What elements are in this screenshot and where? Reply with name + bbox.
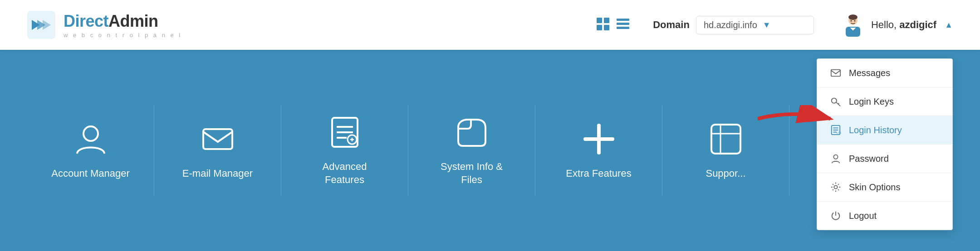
system-info-label: System Info &Files <box>441 160 503 186</box>
user-dropdown-arrow: ▲ <box>945 20 953 30</box>
envelope-icon <box>830 67 842 79</box>
svg-point-25 <box>833 155 838 159</box>
svg-point-15 <box>854 20 855 22</box>
nav-item-advanced-features[interactable]: AdvancedFeatures <box>281 105 408 196</box>
logo-subtitle: w e b c o n t r o l p a n e l <box>64 32 182 39</box>
logo-icon <box>27 11 55 39</box>
email-manager-label: E-mail Manager <box>182 167 253 180</box>
top-navigation: DirectAdmin w e b c o n t r o l p a n e … <box>0 0 980 50</box>
nav-item-extra-features[interactable]: Extra Features <box>535 105 662 196</box>
power-icon <box>830 210 842 222</box>
list-view-button[interactable] <box>616 17 630 33</box>
nav-item-system-info[interactable]: System Info &Files <box>408 105 535 196</box>
svg-rect-4 <box>597 18 602 23</box>
gear-icon <box>830 181 842 193</box>
svg-rect-40 <box>711 125 740 154</box>
logout-label: Logout <box>849 211 877 221</box>
svg-rect-9 <box>617 23 629 25</box>
domain-select[interactable]: hd.azdigi.info ▼ <box>696 16 814 34</box>
dropdown-item-logout[interactable]: Logout <box>817 202 952 230</box>
svg-rect-10 <box>617 27 629 29</box>
extra-features-label: Extra Features <box>566 167 631 180</box>
skin-options-label: Skin Options <box>849 182 900 193</box>
logo-title: DirectAdmin <box>64 12 182 31</box>
account-manager-icon <box>73 121 109 157</box>
user-section[interactable]: Hello, azdigicf ▲ Messages <box>841 13 953 37</box>
svg-rect-8 <box>617 19 629 21</box>
svg-rect-7 <box>604 25 609 30</box>
dropdown-item-password[interactable]: Password <box>817 145 952 173</box>
svg-line-19 <box>838 103 839 104</box>
logo-text: DirectAdmin w e b c o n t r o l p a n e … <box>64 12 182 39</box>
login-keys-label: Login Keys <box>849 97 894 107</box>
view-toggle <box>596 17 630 33</box>
hello-text: Hello, azdigicf <box>871 19 936 31</box>
messages-label: Messages <box>849 68 890 78</box>
dropdown-item-messages[interactable]: Messages <box>817 59 952 87</box>
user-dropdown-menu: Messages Login Keys <box>817 58 953 230</box>
user-icon <box>830 153 842 164</box>
extra-features-icon <box>581 121 617 157</box>
nav-item-account-manager[interactable]: Account Manager <box>27 105 154 196</box>
svg-rect-6 <box>597 25 602 30</box>
advanced-features-label: AdvancedFeatures <box>323 160 367 186</box>
avatar <box>841 13 865 37</box>
login-history-label: Login History <box>849 125 902 135</box>
svg-point-13 <box>848 14 858 20</box>
domain-dropdown-arrow: ▼ <box>763 20 771 30</box>
svg-rect-5 <box>604 18 609 23</box>
svg-rect-30 <box>203 129 232 149</box>
svg-point-26 <box>834 185 837 188</box>
domain-label: Domain <box>653 19 690 31</box>
password-label: Password <box>849 154 889 164</box>
svg-point-14 <box>850 20 852 22</box>
grid-view-button[interactable] <box>596 17 610 33</box>
advanced-features-icon <box>327 114 363 150</box>
system-info-icon <box>454 114 490 150</box>
domain-section: Domain hd.azdigi.info ▼ <box>653 16 814 34</box>
nav-center: Domain hd.azdigi.info ▼ Hello, az <box>596 13 953 37</box>
svg-rect-16 <box>831 70 840 77</box>
dropdown-item-skin-options[interactable]: Skin Options <box>817 173 952 202</box>
support-label: Suppor... <box>706 167 745 180</box>
email-manager-icon <box>200 121 236 157</box>
domain-value: hd.azdigi.info <box>704 20 757 30</box>
red-arrow <box>758 105 839 134</box>
account-manager-label: Account Manager <box>51 167 129 180</box>
svg-point-29 <box>83 126 98 141</box>
support-icon <box>708 121 744 157</box>
svg-point-17 <box>832 98 837 103</box>
nav-item-email-manager[interactable]: E-mail Manager <box>154 105 281 196</box>
logo-area: DirectAdmin w e b c o n t r o l p a n e … <box>27 11 182 39</box>
